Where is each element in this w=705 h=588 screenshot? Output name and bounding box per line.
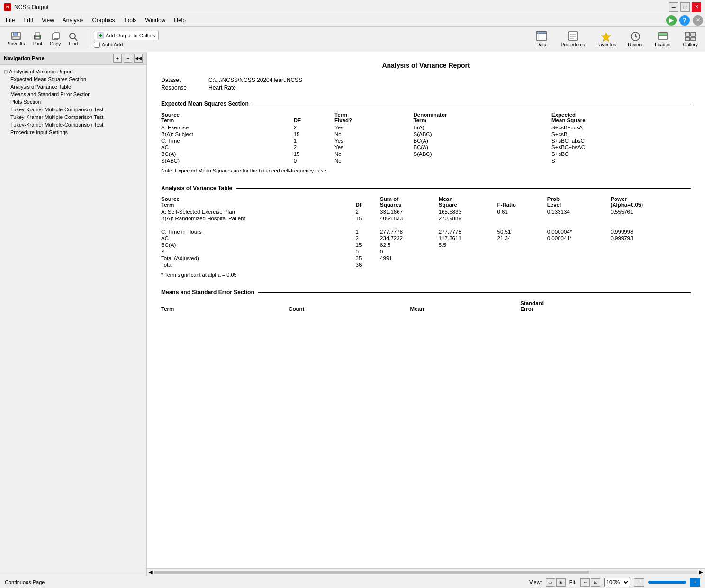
minimize-button[interactable]: ─ [669,2,678,12]
menu-file[interactable]: File [2,16,18,25]
scroll-thumb[interactable] [154,571,589,574]
nav-collapse-button[interactable]: − [124,54,132,63]
cell-fixed: Yes [334,124,413,131]
maximize-button[interactable]: □ [680,2,690,12]
save-as-button[interactable]: Save As [5,30,28,48]
play-icon[interactable]: ▶ [666,15,677,26]
menu-analysis[interactable]: Analysis [59,16,88,25]
help-icon[interactable]: ? [679,15,690,26]
nav-item-anova[interactable]: Analysis of Variance Table [2,83,145,90]
cell-source: AC [161,144,294,151]
cell: 82.5 [380,242,439,248]
nav-item-report[interactable]: ⊟ Analysis of Variance Report [2,68,145,75]
menu-tools[interactable]: Tools [120,16,141,25]
nav-expand-button[interactable]: + [113,54,122,63]
nav-item-settings[interactable]: Procedure Input Settings [2,128,145,136]
svg-rect-29 [691,32,696,36]
view-icons: ▭ ⊞ [546,578,566,587]
menu-edit[interactable]: Edit [19,16,37,25]
anova-col-ms: MeanSquare [439,195,497,208]
content-area: Analysis of Variance Report Dataset C:\.… [147,52,705,576]
anova-header: Analysis of Variance Table [161,185,691,191]
add-gallery-label: Add Output to Gallery [106,33,156,38]
app-icon: N [4,3,11,11]
scroll-track[interactable] [154,571,697,574]
toolbar: Save As Print Copy Find Add Output to Ga… [0,27,705,52]
zoom-slider[interactable] [648,581,686,584]
cell-df: 1 [294,137,334,144]
menu-graphics[interactable]: Graphics [89,16,119,25]
find-button[interactable]: Find [65,30,82,48]
horizontal-scrollbar[interactable]: ◀ ▶ [147,568,705,576]
cell: 50.51 [497,228,547,235]
fit-page-icon[interactable]: ⊡ [591,578,600,587]
toolbar-sep-1 [88,30,88,49]
menu-window[interactable]: Window [142,16,170,25]
nav-item-expected[interactable]: Expected Mean Squares Section [2,75,145,83]
response-row: Response Heart Rate [161,84,691,91]
auto-add-check[interactable] [94,42,100,48]
zoom-out-button[interactable]: − [634,578,644,587]
cell [439,262,497,268]
view-single-icon[interactable]: ▭ [546,578,555,587]
print-button[interactable]: Print [29,30,46,48]
scroll-left-btn[interactable]: ◀ [149,570,153,575]
table-row [161,222,691,228]
nav-hide-button[interactable]: ◀◀ [134,54,143,63]
nav-item-anova-label: Analysis of Variance Table [10,84,71,90]
fit-width-icon[interactable]: ↔ [580,578,590,587]
procedures-button[interactable]: Procedures [557,29,589,49]
gallery-button[interactable]: Gallery [678,29,702,49]
nav-item-tukey2[interactable]: Tukey-Kramer Multiple-Comparison Test [2,113,145,121]
status-bar: Continuous Page View: ▭ ⊞ Fit: ↔ ⊡ 100% … [0,576,705,588]
col-source: SourceTerm [161,111,294,124]
nav-item-means[interactable]: Means and Standard Error Section [2,90,145,98]
anova-col-source: SourceTerm [161,195,356,208]
scroll-right-btn[interactable]: ▶ [699,570,703,575]
auto-add-checkbox[interactable]: Auto Add [94,42,159,48]
zoom-in-button[interactable]: + [690,578,700,587]
table-row: S 0 0 [161,248,691,255]
cell: AC [161,235,356,242]
anova-col-f: F-Ratio [497,195,547,208]
cell-denom: BC(A) [413,137,551,144]
svg-rect-18 [568,32,578,40]
cell: 0 [356,248,380,255]
add-to-gallery-button[interactable]: Add Output to Gallery [94,31,159,40]
save-as-label: Save As [8,41,25,46]
copy-button[interactable]: Copy [47,30,64,48]
cell: 165.5833 [439,208,497,215]
favorites-button[interactable]: Favorites [593,29,620,49]
close-button[interactable]: ✕ [692,2,701,12]
view-multi-icon[interactable]: ⊞ [556,578,566,587]
section-line-2 [236,188,691,189]
close-icon[interactable]: ✕ [693,15,703,26]
cell: 0.000004* [547,228,611,235]
cell-fixed: Yes [334,144,413,151]
title-bar-text: NCSS Output [14,4,49,10]
content-scroll[interactable]: Analysis of Variance Report Dataset C:\.… [147,52,705,568]
table-row: AC 2 234.7222 117.3611 21.34 0.000041* 0… [161,235,691,242]
data-button[interactable]: Data [530,29,553,49]
anova-table: SourceTerm DF Sum ofSquares MeanSquare F… [161,195,691,268]
expected-ms-header-row: SourceTerm DF TermFixed? DenominatorTerm… [161,111,691,124]
recent-button[interactable]: Recent [624,29,647,49]
nav-item-plots[interactable]: Plots Section [2,98,145,106]
cell [439,248,497,255]
cell-denom: BC(A) [413,144,551,151]
menu-view[interactable]: View [38,16,58,25]
find-label: Find [69,41,78,46]
nav-item-means-label: Means and Standard Error Section [10,91,90,97]
zoom-select[interactable]: 100% 50% 75% 125% 150% 200% [604,578,630,587]
cell-denom: S(ABC) [413,151,551,157]
cell: 15 [356,242,380,248]
nav-item-tukey3[interactable]: Tukey-Kramer Multiple-Comparison Test [2,121,145,128]
nav-item-tukey1[interactable]: Tukey-Kramer Multiple-Comparison Test [2,106,145,113]
menu-bar: File Edit View Analysis Graphics Tools W… [0,14,705,27]
report-meta: Dataset C:\...\NCSS\NCSS 2020\Heart.NCSS… [161,77,691,91]
menu-help[interactable]: Help [170,16,190,25]
svg-rect-30 [685,37,690,41]
table-row: BC(A) 15 No S(ABC) S+sBC [161,151,691,157]
loaded-button[interactable]: Loaded [651,29,675,49]
status-right: View: ▭ ⊞ Fit: ↔ ⊡ 100% 50% 75% 125% 150… [529,578,700,587]
